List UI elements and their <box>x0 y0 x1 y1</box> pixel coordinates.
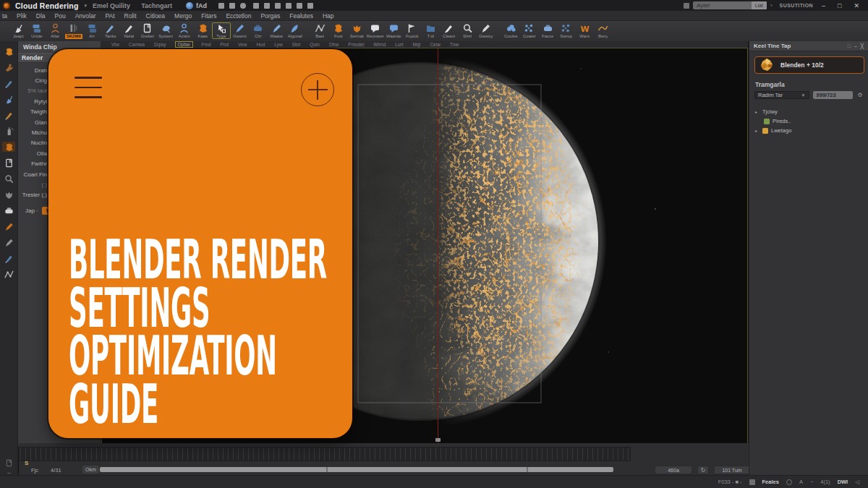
settings-icon[interactable] <box>240 3 246 9</box>
tree-item-pireds[interactable]: Pireds.. <box>755 116 868 126</box>
redo-icon[interactable] <box>297 3 302 9</box>
layout-icon[interactable] <box>218 3 224 9</box>
tool-cooles[interactable]: Cooles <box>502 22 521 39</box>
titlebar-quick-icons[interactable] <box>218 3 246 9</box>
tool-tid[interactable]: T.id <box>422 22 441 39</box>
grid-icon[interactable] <box>307 3 313 9</box>
menu-item-pat[interactable]: PAt <box>106 12 115 20</box>
snail-tool[interactable] <box>2 189 15 200</box>
tool-jeapt[interactable]: Jeapt <box>9 22 28 39</box>
paint-tool[interactable] <box>2 78 15 88</box>
viewport-menu-qoin[interactable]: Qoin <box>310 42 320 47</box>
viewport-menu-fmd[interactable]: Fmd <box>202 42 211 47</box>
tool-shirt[interactable]: Shirt <box>459 22 477 39</box>
selected-object-chip[interactable]: Blenden + 10/2 <box>754 56 864 74</box>
tool-fust[interactable]: Fust <box>329 22 348 39</box>
tool-tanks[interactable]: Tanks <box>101 22 120 39</box>
menu-item-fitars[interactable]: Fitars <box>201 12 216 20</box>
expand-arrow-icon[interactable]: › <box>770 2 773 9</box>
tree-item-lwetago[interactable]: ▸Lwetago <box>755 126 868 135</box>
range-button[interactable]: 460a <box>655 466 692 474</box>
viewport-menu-hud[interactable]: Hud <box>256 42 265 47</box>
tool-maatw[interactable]: Maatw <box>268 22 286 39</box>
menu-item-porgas[interactable]: Porgas <box>260 12 280 20</box>
menu-item-anvolar[interactable]: Anvolar <box>75 12 96 20</box>
tool-gweint[interactable]: Gweint <box>231 22 250 39</box>
tool-tyga[interactable]: Tyga <box>212 22 231 39</box>
tool-reonwer[interactable]: Reonwer <box>366 22 385 39</box>
hand-tool[interactable] <box>2 94 15 104</box>
timeline-ruler[interactable] <box>20 447 631 461</box>
viewport-menu-camwa[interactable]: Camwa <box>129 42 145 47</box>
viewport-menu-vew[interactable]: Vew <box>238 42 247 47</box>
tool-serinat[interactable]: Serinat <box>348 22 367 39</box>
move-tool[interactable] <box>2 46 15 56</box>
tool-coater[interactable]: Coater <box>520 22 539 39</box>
title-item-support[interactable]: Tachngart <box>141 2 172 9</box>
pen-icon[interactable] <box>253 3 259 9</box>
pin-icon[interactable] <box>275 3 281 9</box>
viewport-menu-vtw[interactable]: Vtw <box>111 42 119 47</box>
menu-item-fealutes[interactable]: Fealutes <box>289 12 313 20</box>
viewport-menu-mqt[interactable]: Mqt <box>413 42 421 47</box>
viewport-menu-lyw[interactable]: Lyw <box>274 42 282 47</box>
eraser-tool[interactable] <box>2 205 15 215</box>
plus-button[interactable] <box>301 73 334 106</box>
maximize-button[interactable]: □ <box>838 2 841 9</box>
minimize-button[interactable]: – <box>822 2 825 9</box>
hamburger-menu-icon[interactable] <box>75 77 102 99</box>
tool-kaas[interactable]: Kaas <box>194 22 213 39</box>
viewport-menu-celw[interactable]: Celw <box>430 42 440 47</box>
viewport-menu-pmodel[interactable]: Pmodel <box>348 42 364 47</box>
account-badge[interactable]: fAd <box>186 2 207 9</box>
tool-swrop[interactable]: Swrop <box>557 22 576 39</box>
menu-item-pou[interactable]: Pou <box>55 12 66 20</box>
viewport-menu-wirnd[interactable]: Wirnd <box>373 42 386 47</box>
time-tool[interactable] <box>2 174 15 184</box>
search-scope-icon[interactable] <box>684 3 689 9</box>
timeline-scrollbar[interactable] <box>100 467 613 472</box>
viewport-menu-stot[interactable]: Stot <box>292 42 301 47</box>
field-lock-icon[interactable]: ⚙ <box>856 92 864 99</box>
menu-item-plik[interactable]: Plik <box>17 12 27 20</box>
viewport-menu-dqlay[interactable]: Dqlay <box>154 42 166 47</box>
close-button[interactable]: ✕ <box>854 2 859 9</box>
split-handle[interactable] <box>435 438 441 442</box>
panel-close-icon[interactable]: ╳ <box>861 43 864 49</box>
knife-tool[interactable] <box>2 237 15 247</box>
viewport-menu-dfrw[interactable]: Dfrw <box>329 42 339 47</box>
pencil-tool[interactable] <box>2 221 15 231</box>
tool-bael[interactable]: Bael <box>311 22 330 39</box>
menu-item-ta[interactable]: ta <box>2 12 7 20</box>
tool-chr[interactable]: Chr <box>249 22 268 39</box>
title-item-quality[interactable]: Emel Quility <box>93 2 130 9</box>
undo-icon[interactable] <box>286 3 292 9</box>
tool-nelal[interactable]: Nelal <box>120 22 139 39</box>
titlebar-tool-icons[interactable] <box>253 3 313 9</box>
tool-aigonal[interactable]: Aigonal <box>286 22 305 39</box>
fit-button[interactable]: 101 Tum <box>714 466 750 474</box>
tool-bwry[interactable]: Bwry <box>594 22 613 39</box>
tool-acwin[interactable]: Acwin <box>175 22 194 39</box>
pin-tool[interactable] <box>2 253 15 263</box>
tool-unide[interactable]: Unide <box>27 22 46 39</box>
menu-item-ecctetlon[interactable]: Ecctetlon <box>226 12 251 20</box>
tool-facce[interactable]: Facce <box>539 22 558 39</box>
brush-tool[interactable] <box>2 110 15 120</box>
fill-tool[interactable] <box>2 142 15 152</box>
panel-min-icon[interactable]: – <box>854 43 857 49</box>
tool-gweicy[interactable]: Gweicy <box>477 22 495 39</box>
mode-dropdown[interactable]: Radim Tar ▼ <box>754 91 809 99</box>
tool-altar[interactable]: Altar <box>46 22 65 39</box>
drill-tool[interactable] <box>2 62 15 72</box>
clone-icon[interactable] <box>264 3 270 9</box>
menu-item-dla[interactable]: Dla <box>36 12 46 20</box>
window-controls[interactable]: – □ ✕ <box>822 2 859 9</box>
mode-button[interactable]: Okm <box>82 466 99 474</box>
tool-grebel[interactable]: Grebel <box>138 22 157 39</box>
viewport-menu-opbw[interactable]: Opbw <box>176 42 192 47</box>
tree-expand-icon[interactable]: ▸ <box>755 128 760 133</box>
ratio-field[interactable]: 999/723 <box>813 91 853 99</box>
menu-item-citloea[interactable]: Citloea <box>146 12 165 20</box>
render-icon[interactable] <box>229 3 235 9</box>
